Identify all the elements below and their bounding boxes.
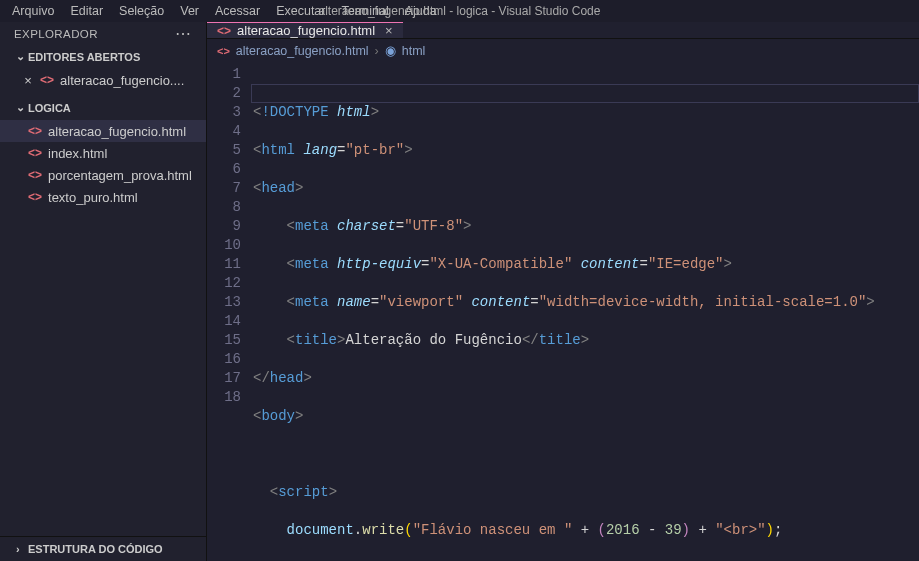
file-item[interactable]: <> porcentagem_prova.html [0,164,206,186]
open-editors-label: EDITORES ABERTOS [28,51,140,63]
explorer-sidebar: EXPLORADOR ⋯ ⌄ EDITORES ABERTOS × <> alt… [0,22,207,561]
menu-arquivo[interactable]: Arquivo [4,2,62,20]
tab-active[interactable]: <> alteracao_fugencio.html × [207,22,403,38]
crumb-node[interactable]: html [402,44,426,58]
html-file-icon: <> [217,45,230,57]
line-number-gutter: 123 456 789 101112 131415 161718 [207,62,253,561]
file-item[interactable]: <> index.html [0,142,206,164]
active-line-highlight [251,84,919,103]
section-open-editors[interactable]: ⌄ EDITORES ABERTOS [0,46,206,67]
editor-area: <> alteracao_fugencio.html × <> alteraca… [207,22,919,561]
tab-bar: <> alteracao_fugencio.html × [207,22,919,39]
breadcrumb[interactable]: <> alteracao_fugencio.html › ◉ html [207,39,919,62]
crumb-file[interactable]: alteracao_fugencio.html [236,44,369,58]
menu-selecao[interactable]: Seleção [111,2,172,20]
file-name: index.html [48,146,107,161]
tab-name: alteracao_fugencio.html [237,23,375,38]
html-file-icon: <> [28,146,42,160]
file-name: texto_puro.html [48,190,138,205]
code-editor[interactable]: 123 456 789 101112 131415 161718 <!DOCTY… [207,62,919,561]
window-title: alteracao_fugencio.html - logica - Visua… [319,4,601,18]
close-icon[interactable]: × [22,73,34,88]
html-file-icon: <> [217,24,231,38]
node-icon: ◉ [385,43,396,58]
html-file-icon: <> [28,190,42,204]
menu-ver[interactable]: Ver [172,2,207,20]
chevron-right-icon: › [375,44,379,58]
chevron-right-icon: › [16,543,24,555]
section-outline[interactable]: › ESTRUTURA DO CÓDIGO [0,536,206,561]
file-item[interactable]: <> alteracao_fugencio.html [0,120,206,142]
menubar: Arquivo Editar Seleção Ver Acessar Execu… [0,0,919,22]
explorer-title: EXPLORADOR [14,28,98,40]
outline-label: ESTRUTURA DO CÓDIGO [28,543,163,555]
html-file-icon: <> [28,168,42,182]
chevron-down-icon: ⌄ [16,101,24,114]
menu-editar[interactable]: Editar [62,2,111,20]
menu-acessar[interactable]: Acessar [207,2,268,20]
code-content[interactable]: <!DOCTYPE html> <html lang="pt-br"> <hea… [253,62,919,561]
more-icon[interactable]: ⋯ [175,29,192,39]
folder-label: LOGICA [28,102,71,114]
chevron-down-icon: ⌄ [16,50,24,63]
html-file-icon: <> [28,124,42,138]
open-editor-item[interactable]: × <> alteracao_fugencio.... [0,69,206,91]
close-icon[interactable]: × [385,23,393,38]
open-editor-filename: alteracao_fugencio.... [60,73,184,88]
file-item[interactable]: <> texto_puro.html [0,186,206,208]
section-folder[interactable]: ⌄ LOGICA [0,97,206,118]
html-file-icon: <> [40,73,54,87]
file-name: porcentagem_prova.html [48,168,192,183]
file-name: alteracao_fugencio.html [48,124,186,139]
